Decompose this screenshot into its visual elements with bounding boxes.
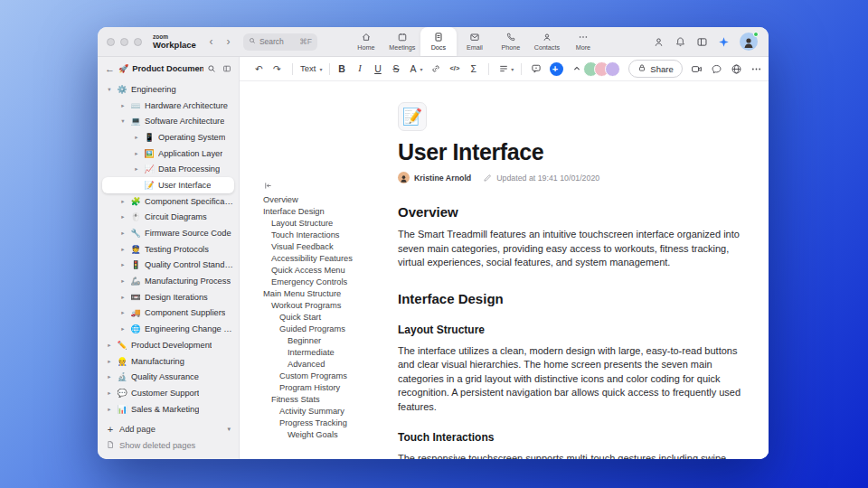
back-arrow-icon[interactable]: ← (105, 63, 115, 74)
tab-more[interactable]: More (565, 27, 601, 56)
tree-chevron-icon[interactable]: ▸ (119, 230, 127, 237)
minimize-window-button[interactable] (120, 38, 128, 46)
outline-item-guided-programs[interactable]: Guided Programs (263, 324, 388, 335)
tree-chevron-icon[interactable]: ▾ (119, 117, 127, 125)
sidebar-item-engineering[interactable]: ▾ ⚙️ Engineering (102, 81, 234, 98)
share-button[interactable]: Share (628, 60, 682, 78)
tree-chevron-icon[interactable]: ▸ (133, 134, 140, 141)
globe-icon[interactable] (731, 63, 742, 75)
tab-meetings[interactable]: Meetings (384, 27, 420, 56)
tree-chevron-icon[interactable]: ▸ (133, 150, 140, 157)
outline-item-workout-programs[interactable]: Workout Programs (263, 300, 388, 312)
global-search-input[interactable]: Search ⌘F (243, 33, 317, 51)
sidebar-item-manufacturing[interactable]: ▸ 👷 Manufacturing (102, 353, 234, 370)
sidebar-item-quality-control-standards[interactable]: ▸ 🚦 Quality Control Standards (102, 258, 234, 274)
tree-chevron-icon[interactable]: ▸ (119, 246, 127, 253)
list-button[interactable]: ▾ (494, 61, 516, 78)
sidebar-item-hardware-architecture[interactable]: ▸ ⌨️ Hardware Architecture (102, 98, 234, 114)
tree-chevron-icon[interactable]: ▸ (106, 389, 113, 397)
sidebar-item-circuit-diagrams[interactable]: ▸ 🖱️ Circuit Diagrams (102, 210, 234, 226)
tree-chevron-icon[interactable]: ▸ (119, 309, 127, 316)
tree-chevron-icon[interactable]: ▸ (119, 198, 127, 205)
tree-chevron-icon[interactable]: ▸ (133, 165, 140, 173)
sidebar-item-product-development[interactable]: ▸ ✏️ Product Development (102, 337, 234, 353)
sidebar-item-testing-protocols[interactable]: ▸ 👮 Testing Protocols (102, 241, 234, 258)
tab-contacts[interactable]: Contacts (529, 27, 565, 56)
collapse-outline-icon[interactable] (263, 181, 388, 191)
workspace-title[interactable]: Product Documenta... (132, 64, 203, 73)
outline-item-intermediate[interactable]: Intermediate (263, 347, 388, 359)
tree-chevron-icon[interactable]: ▸ (106, 342, 113, 349)
underline-button[interactable]: U (371, 61, 388, 78)
outline-item-overview[interactable]: Overview (263, 194, 388, 206)
sidebar-item-component-suppliers[interactable]: ▸ 🚚 Component Suppliers (102, 305, 234, 322)
more-options-icon[interactable] (750, 63, 762, 75)
page-title[interactable]: User Interface (398, 139, 752, 165)
add-page-chevron-icon[interactable]: ▾ (227, 426, 231, 433)
outline-item-progress-tracking[interactable]: Progress Tracking (263, 418, 388, 429)
show-deleted-pages-button[interactable]: Show deleted pages (102, 437, 234, 454)
outline-item-activity-summary[interactable]: Activity Summary (263, 406, 388, 418)
outline-item-custom-programs[interactable]: Custom Programs (263, 371, 388, 382)
window-controls[interactable] (107, 38, 142, 46)
tab-home[interactable]: Home (348, 27, 384, 56)
italic-button[interactable]: I (353, 61, 370, 78)
maximize-window-button[interactable] (134, 38, 142, 46)
sidebar-item-engineering-change-orders[interactable]: ▸ 🌐 Engineering Change Orders (102, 321, 234, 337)
equation-button[interactable]: Σ (467, 61, 484, 78)
tree-chevron-icon[interactable]: ▸ (106, 373, 113, 380)
tab-phone[interactable]: Phone (493, 27, 529, 56)
side-panel-toggle-icon[interactable] (696, 36, 708, 48)
tree-chevron-icon[interactable]: ▸ (119, 213, 127, 221)
outline-item-fitness-stats[interactable]: Fitness Stats (263, 394, 388, 406)
collaborator-avatar[interactable] (605, 61, 620, 77)
tree-chevron-icon[interactable]: ▸ (106, 358, 113, 365)
sidebar-item-application-layer[interactable]: ▸ 🖼️ Application Layer (102, 145, 234, 162)
history-back-button[interactable]: ‹ (205, 36, 217, 47)
code-button[interactable]: </> (447, 61, 466, 78)
sidebar-item-operating-system[interactable]: ▸ 📱 Operating System (102, 129, 234, 145)
history-forward-button[interactable]: › (222, 36, 234, 47)
link-button[interactable] (426, 61, 446, 78)
tree-chevron-icon[interactable]: ▸ (119, 325, 127, 333)
ai-companion-button[interactable]: + (550, 62, 563, 76)
video-camera-icon[interactable] (691, 63, 703, 75)
sidebar-item-data-processing[interactable]: ▸ 📈 Data Processing (102, 161, 234, 177)
outline-item-visual-feedback[interactable]: Visual Feedback (263, 241, 388, 253)
tree-chevron-icon[interactable]: ▸ (119, 102, 127, 109)
outline-item-program-history[interactable]: Program History (263, 382, 388, 394)
sidebar-item-software-architecture[interactable]: ▾ 💻 Software Architecture (102, 113, 234, 129)
text-color-button[interactable]: A ▾ (407, 61, 425, 78)
strikethrough-button[interactable]: S (389, 61, 406, 78)
tree-chevron-icon[interactable]: ▾ (106, 86, 113, 93)
add-page-button[interactable]: + Add page ▾ (102, 421, 234, 437)
undo-button[interactable]: ↶ (252, 61, 269, 78)
sidebar-item-manufacturing-process[interactable]: ▸ 🦾 Manufacturing Process (102, 273, 234, 289)
outline-item-touch-interactions[interactable]: Touch Interactions (263, 230, 388, 241)
tab-docs[interactable]: Docs (420, 27, 457, 56)
sidebar-item-user-interface[interactable]: 📝 User Interface (102, 177, 234, 193)
tree-chevron-icon[interactable]: ▸ (119, 277, 127, 285)
sidebar-item-firmware-source-code[interactable]: ▸ 🔧 Firmware Source Code (102, 225, 234, 241)
sidebar-item-design-iterations[interactable]: ▸ 📼 Design Iterations (102, 289, 234, 305)
notifications-bell-icon[interactable] (675, 36, 686, 48)
outline-item-layout-structure[interactable]: Layout Structure (263, 218, 388, 230)
sidebar-item-component-specifications[interactable]: ▸ 🧩 Component Specifications (102, 193, 234, 210)
document-emoji-icon[interactable]: 📝 (398, 102, 427, 131)
chat-bubble-icon[interactable] (711, 63, 722, 75)
sidebar-search-icon[interactable] (207, 64, 216, 73)
tree-chevron-icon[interactable]: ▸ (119, 261, 127, 268)
outline-item-emergency-controls[interactable]: Emergency Controls (263, 277, 388, 288)
outline-item-quick-start[interactable]: Quick Start (263, 312, 388, 324)
tab-email[interactable]: Email (457, 27, 493, 56)
tree-chevron-icon[interactable]: ▸ (106, 406, 113, 413)
profile-icon[interactable] (653, 36, 665, 48)
outline-item-beginner[interactable]: Beginner (263, 335, 388, 347)
redo-button[interactable]: ↷ (270, 61, 288, 78)
ai-sparkle-icon[interactable] (718, 36, 730, 48)
sidebar-item-sales-marketing[interactable]: ▸ 📊 Sales & Marketing (102, 401, 234, 418)
outline-item-quick-access-menu[interactable]: Quick Access Menu (263, 265, 388, 277)
outline-item-interface-design[interactable]: Interface Design (263, 206, 388, 218)
sidebar-item-quality-assurance[interactable]: ▸ 🔬 Quality Assurance (102, 369, 234, 385)
outline-item-advanced[interactable]: Advanced (263, 359, 388, 371)
